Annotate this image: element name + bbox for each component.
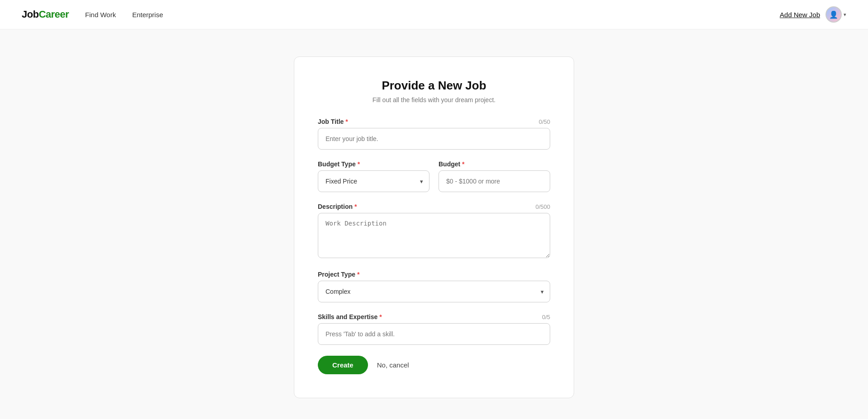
create-button[interactable]: Create	[318, 356, 368, 374]
add-new-job-link[interactable]: Add New Job	[780, 11, 820, 19]
project-type-group: Project Type * Simple Moderate Complex ▾	[318, 271, 550, 302]
description-counter: 0/500	[535, 203, 550, 210]
project-type-required: *	[357, 271, 359, 278]
budget-label: Budget *	[439, 160, 465, 168]
job-title-counter: 0/50	[539, 118, 550, 125]
budget-input[interactable]	[439, 170, 550, 192]
skills-counter: 0/5	[542, 314, 550, 320]
budget-type-group: Budget Type * Fixed Price Hourly Rate ▾	[318, 160, 429, 192]
form-card: Provide a New Job Fill out all the field…	[294, 56, 574, 398]
description-required: *	[354, 203, 357, 210]
budget-row: Budget Type * Fixed Price Hourly Rate ▾ …	[318, 160, 550, 192]
logo-career: Career	[39, 9, 69, 20]
skills-group: Skills and Expertise * 0/5	[318, 313, 550, 345]
job-title-label-row: Job Title * 0/50	[318, 118, 550, 125]
chevron-down-icon: ▾	[844, 12, 846, 18]
budget-label-row: Budget *	[439, 160, 550, 168]
budget-group: Budget *	[439, 160, 550, 192]
cancel-button[interactable]: No, cancel	[377, 361, 409, 369]
project-type-label-row: Project Type *	[318, 271, 550, 278]
form-title: Provide a New Job	[318, 79, 550, 93]
nav-find-work[interactable]: Find Work	[85, 11, 116, 19]
description-group: Description * 0/500	[318, 203, 550, 260]
navbar: JobCareer Find Work Enterprise Add New J…	[0, 0, 868, 29]
skills-input[interactable]	[318, 323, 550, 345]
budget-type-select[interactable]: Fixed Price Hourly Rate	[318, 170, 429, 192]
job-title-label: Job Title *	[318, 118, 348, 125]
navbar-left: JobCareer Find Work Enterprise	[22, 9, 163, 20]
description-label-row: Description * 0/500	[318, 203, 550, 210]
logo-job: Job	[22, 9, 39, 20]
skills-required: *	[379, 313, 382, 320]
user-avatar-button[interactable]: 👤 ▾	[826, 6, 846, 23]
job-title-required: *	[345, 118, 348, 125]
description-label: Description *	[318, 203, 357, 210]
skills-label-row: Skills and Expertise * 0/5	[318, 313, 550, 320]
job-title-group: Job Title * 0/50	[318, 118, 550, 150]
budget-type-required: *	[358, 160, 360, 168]
nav-enterprise[interactable]: Enterprise	[132, 11, 163, 19]
job-title-input[interactable]	[318, 128, 550, 150]
description-textarea[interactable]	[318, 213, 550, 258]
skills-label: Skills and Expertise *	[318, 313, 382, 320]
avatar: 👤	[826, 6, 842, 23]
form-subtitle: Fill out all the fields with your dream …	[318, 96, 550, 104]
button-row: Create No, cancel	[318, 356, 550, 374]
budget-type-label-row: Budget Type *	[318, 160, 429, 168]
logo: JobCareer	[22, 9, 69, 20]
budget-required: *	[462, 160, 464, 168]
project-type-select-wrapper: Simple Moderate Complex ▾	[318, 281, 550, 302]
navbar-right: Add New Job 👤 ▾	[780, 6, 846, 23]
budget-type-label: Budget Type *	[318, 160, 360, 168]
project-type-label: Project Type *	[318, 271, 359, 278]
budget-type-select-wrapper: Fixed Price Hourly Rate ▾	[318, 170, 429, 192]
project-type-select[interactable]: Simple Moderate Complex	[318, 281, 550, 302]
page-content: Provide a New Job Fill out all the field…	[0, 29, 868, 419]
